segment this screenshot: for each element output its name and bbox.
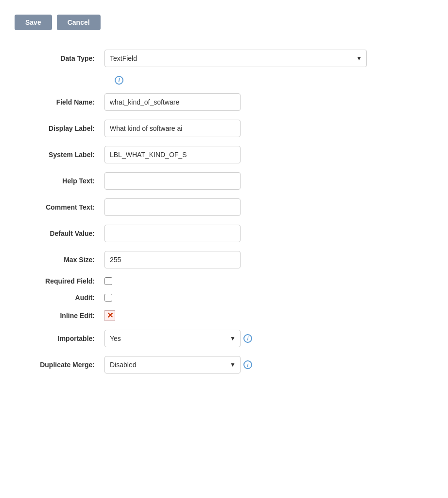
audit-label: Audit:: [29, 294, 104, 302]
field-name-label: Field Name:: [29, 98, 104, 106]
comment-text-input[interactable]: [104, 198, 241, 216]
display-label-label: Display Label:: [29, 124, 104, 132]
system-label-label: System Label:: [29, 151, 104, 159]
save-button[interactable]: Save: [15, 15, 52, 30]
comment-text-label: Comment Text:: [29, 203, 104, 211]
data-type-select[interactable]: TextField: [104, 50, 367, 67]
inline-edit-checkbox[interactable]: ✕: [104, 310, 115, 321]
system-label-row: System Label: LBL_WHAT_KIND_OF_S: [29, 146, 433, 163]
duplicate-merge-select-wrapper: Disabled Enabled In Filter Default Selec…: [104, 356, 241, 374]
importable-select-wrapper: Yes No Auto ▼: [104, 330, 241, 347]
max-size-input[interactable]: 255: [104, 251, 241, 268]
audit-checkbox[interactable]: [104, 294, 112, 302]
max-size-row: Max Size: 255: [29, 251, 433, 268]
default-value-row: Default Value:: [29, 225, 433, 242]
field-name-row: Field Name: what_kind_of_software: [29, 93, 433, 111]
cancel-button[interactable]: Cancel: [57, 15, 101, 30]
audit-row: Audit:: [29, 294, 433, 302]
importable-row: Importable: Yes No Auto ▼ i: [29, 330, 433, 347]
importable-select[interactable]: Yes No Auto: [104, 330, 241, 347]
data-type-info-icon[interactable]: i: [115, 76, 123, 85]
field-name-input[interactable]: what_kind_of_software: [104, 93, 241, 111]
required-field-label: Required Field:: [29, 277, 104, 285]
toolbar: Save Cancel: [15, 10, 433, 30]
required-field-row: Required Field:: [29, 277, 433, 285]
comment-text-row: Comment Text:: [29, 198, 433, 216]
data-type-select-wrapper: TextField ▼: [104, 50, 367, 67]
duplicate-merge-select[interactable]: Disabled Enabled In Filter Default Selec…: [104, 356, 241, 374]
data-type-label: Data Type:: [29, 54, 104, 62]
duplicate-merge-info-icon[interactable]: i: [243, 360, 252, 369]
default-value-input[interactable]: [104, 225, 241, 242]
system-label-input[interactable]: LBL_WHAT_KIND_OF_S: [104, 146, 241, 163]
data-type-info-row: i: [29, 76, 433, 85]
duplicate-merge-label: Duplicate Merge:: [29, 361, 104, 369]
x-icon: ✕: [107, 312, 113, 320]
form-container: Data Type: TextField ▼ i Field Name: wha…: [15, 50, 433, 374]
importable-label: Importable:: [29, 335, 104, 342]
duplicate-merge-row: Duplicate Merge: Disabled Enabled In Fil…: [29, 356, 433, 374]
max-size-label: Max Size:: [29, 256, 104, 264]
display-label-input[interactable]: What kind of software ai: [104, 120, 241, 137]
display-label-row: Display Label: What kind of software ai: [29, 120, 433, 137]
inline-edit-label: Inline Edit:: [29, 312, 104, 320]
data-type-row: Data Type: TextField ▼: [29, 50, 433, 67]
inline-edit-row: Inline Edit: ✕: [29, 310, 433, 321]
help-text-label: Help Text:: [29, 177, 104, 185]
help-text-row: Help Text:: [29, 172, 433, 190]
help-text-input[interactable]: [104, 172, 241, 190]
default-value-label: Default Value:: [29, 230, 104, 237]
required-field-checkbox[interactable]: [104, 277, 112, 285]
importable-info-icon[interactable]: i: [243, 334, 252, 343]
